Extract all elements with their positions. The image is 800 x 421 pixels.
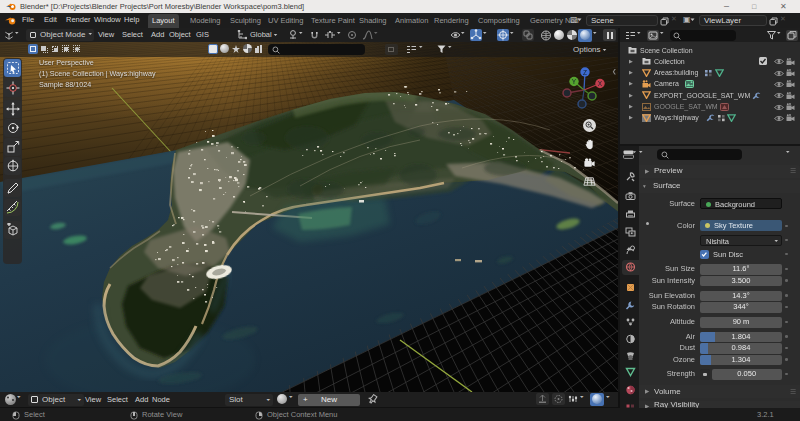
svg-text:Y: Y	[572, 78, 577, 85]
svg-text:Z: Z	[583, 69, 587, 76]
svg-text:X: X	[598, 80, 603, 87]
